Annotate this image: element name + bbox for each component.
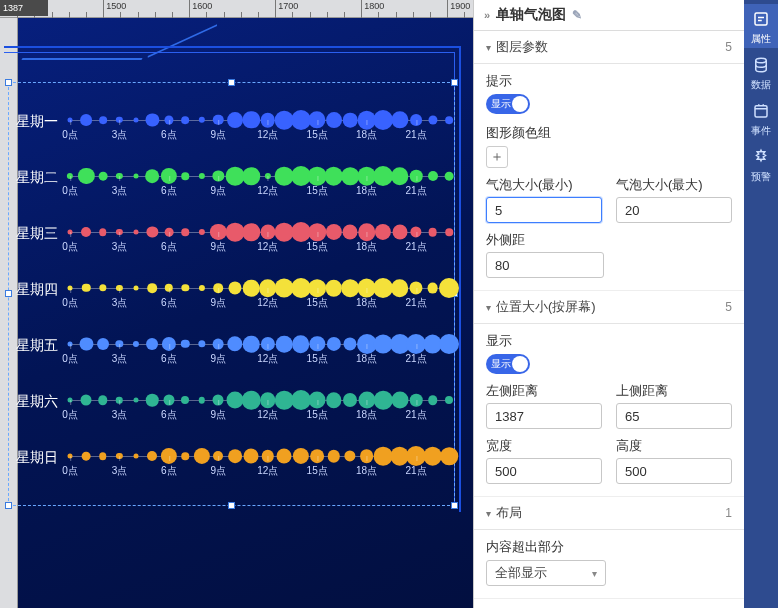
bubble — [181, 396, 189, 404]
x-tick: 9点 — [211, 240, 227, 254]
left-dist-input[interactable] — [486, 403, 602, 429]
bubble — [243, 167, 261, 185]
x-tick: 12点 — [257, 184, 278, 198]
chart-row: 星期二0点3点6点9点12点15点18点21点 — [16, 150, 449, 206]
rail-props[interactable]: 属性 — [744, 4, 778, 48]
bubble — [99, 228, 107, 236]
bubble — [133, 230, 138, 235]
bubble — [427, 283, 438, 294]
bubble-min-input[interactable] — [486, 197, 602, 223]
width-input[interactable] — [486, 458, 602, 484]
bubble — [182, 284, 189, 291]
display-toggle[interactable]: 显示 — [486, 354, 530, 374]
design-canvas[interactable]: 1387 140015001600170018001900 星期一0点3点6点9… — [0, 0, 473, 608]
rail-alert[interactable]: 预警 — [744, 142, 778, 186]
row-axis: 0点3点6点9点12点15点18点21点 — [70, 438, 449, 478]
resize-handle[interactable] — [451, 79, 458, 86]
bubble — [199, 117, 205, 123]
bubble — [276, 336, 293, 353]
add-color-button[interactable]: ＋ — [486, 146, 508, 168]
x-tick: 12点 — [257, 352, 278, 366]
chart-row: 星期六0点3点6点9点12点15点18点21点 — [16, 374, 449, 430]
bubble — [81, 395, 92, 406]
x-tick: 18点 — [356, 352, 377, 366]
x-tick: 21点 — [405, 352, 426, 366]
bubble — [324, 167, 343, 186]
bubble — [81, 227, 91, 237]
x-tick: 3点 — [112, 352, 128, 366]
bubble — [391, 167, 409, 185]
row-axis: 0点3点6点9点12点15点18点21点 — [70, 382, 449, 422]
bubble — [98, 395, 108, 405]
resize-handle[interactable] — [5, 502, 12, 509]
resize-handle[interactable] — [228, 502, 235, 509]
bubble — [428, 115, 437, 124]
section-layout[interactable]: ▾布局 1 — [474, 497, 744, 530]
x-tick: 6点 — [161, 352, 177, 366]
hint-toggle[interactable]: 显示 — [486, 94, 530, 114]
bubble — [227, 112, 243, 128]
bubble — [133, 118, 138, 123]
bubble — [243, 111, 260, 128]
x-tick: 3点 — [112, 296, 128, 310]
bubble — [445, 116, 453, 124]
edit-icon[interactable]: ✎ — [572, 8, 582, 22]
margin-input[interactable] — [486, 252, 604, 278]
section-title: 布局 — [496, 504, 522, 522]
bubble-max-input[interactable] — [616, 197, 732, 223]
resize-handle[interactable] — [5, 290, 12, 297]
bubble-min-label: 气泡大小(最小) — [486, 176, 602, 194]
bubble — [182, 452, 190, 460]
section-position[interactable]: ▾位置大小(按屏幕) 5 — [474, 291, 744, 324]
rail-event[interactable]: 事件 — [744, 96, 778, 140]
bubble — [226, 392, 243, 409]
row-axis: 0点3点6点9点12点15点18点21点 — [70, 102, 449, 142]
resize-handle[interactable] — [451, 502, 458, 509]
x-tick: 18点 — [356, 464, 377, 478]
section-count: 1 — [725, 506, 732, 520]
bubble — [374, 391, 393, 410]
x-tick: 9点 — [211, 352, 227, 366]
x-tick: 18点 — [356, 240, 377, 254]
x-tick: 15点 — [307, 352, 328, 366]
row-axis: 0点3点6点9点12点15点18点21点 — [70, 158, 449, 198]
x-tick: 9点 — [211, 296, 227, 310]
bubble — [133, 341, 139, 347]
bubble — [345, 450, 356, 461]
chevron-down-icon: ▾ — [486, 508, 491, 519]
row-axis: 0点3点6点9点12点15点18点21点 — [70, 270, 449, 310]
svg-point-1 — [756, 58, 767, 63]
svg-rect-0 — [755, 13, 767, 25]
bubble — [293, 448, 309, 464]
overflow-select[interactable]: 全部显示 ▾ — [486, 560, 606, 586]
bubble — [326, 224, 342, 240]
x-tick: 15点 — [307, 240, 328, 254]
rail-data[interactable]: 数据 — [744, 50, 778, 94]
color-group-label: 图形颜色组 — [486, 124, 732, 142]
bubble — [228, 449, 242, 463]
x-tick: 12点 — [257, 128, 278, 142]
section-layer-params[interactable]: ▾图层参数 5 — [474, 31, 744, 64]
rail-label: 事件 — [751, 126, 771, 136]
x-tick: 21点 — [405, 184, 426, 198]
bubble-chart[interactable]: 星期一0点3点6点9点12点15点18点21点星期二0点3点6点9点12点15点… — [16, 94, 449, 486]
height-input[interactable] — [616, 458, 732, 484]
x-tick: 21点 — [405, 464, 426, 478]
x-tick: 0点 — [62, 184, 78, 198]
resize-handle[interactable] — [5, 79, 12, 86]
x-tick: 12点 — [257, 408, 278, 422]
resize-handle[interactable] — [228, 79, 235, 86]
top-dist-input[interactable] — [616, 403, 732, 429]
bubble — [182, 228, 190, 236]
collapse-icon[interactable]: » — [484, 9, 490, 21]
bubble — [97, 338, 109, 350]
event-icon — [752, 102, 770, 124]
bubble — [440, 447, 458, 465]
x-tick: 3点 — [112, 408, 128, 422]
x-tick: 3点 — [112, 184, 128, 198]
bubble — [199, 229, 205, 235]
section-background[interactable]: ▾背景 5 — [474, 599, 744, 608]
section-count: 5 — [725, 40, 732, 54]
bubble — [445, 396, 453, 404]
section-title: 位置大小(按屏幕) — [496, 298, 596, 316]
